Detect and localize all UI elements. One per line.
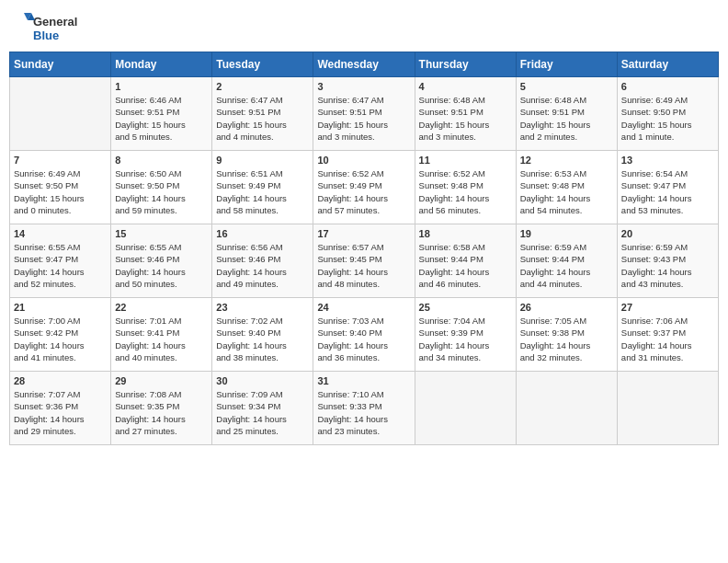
cell-info: Sunrise: 6:52 AM Sunset: 9:49 PM Dayligh… — [317, 167, 410, 216]
calendar-cell: 10Sunrise: 6:52 AM Sunset: 9:49 PM Dayli… — [313, 151, 415, 224]
week-row-3: 21Sunrise: 7:00 AM Sunset: 9:42 PM Dayli… — [10, 298, 719, 372]
day-number: 12 — [520, 155, 613, 166]
calendar-cell: 3Sunrise: 6:47 AM Sunset: 9:51 PM Daylig… — [313, 77, 415, 151]
calendar-cell: 18Sunrise: 6:58 AM Sunset: 9:44 PM Dayli… — [415, 224, 516, 298]
cell-info: Sunrise: 7:07 AM Sunset: 9:36 PM Dayligh… — [14, 388, 107, 437]
header-cell-saturday: Saturday — [617, 52, 718, 77]
cell-info: Sunrise: 7:03 AM Sunset: 9:40 PM Dayligh… — [317, 315, 410, 363]
cell-info: Sunrise: 7:09 AM Sunset: 9:34 PM Dayligh… — [216, 388, 309, 437]
day-number: 11 — [419, 155, 512, 166]
day-number: 31 — [317, 375, 410, 386]
cell-info: Sunrise: 6:48 AM Sunset: 9:51 PM Dayligh… — [419, 94, 512, 143]
day-number: 30 — [216, 375, 309, 386]
svg-text:General: General — [33, 15, 77, 29]
day-number: 28 — [14, 375, 107, 386]
calendar-cell: 9Sunrise: 6:51 AM Sunset: 9:49 PM Daylig… — [212, 151, 313, 224]
calendar-cell: 12Sunrise: 6:53 AM Sunset: 9:48 PM Dayli… — [516, 151, 617, 224]
cell-info: Sunrise: 6:55 AM Sunset: 9:47 PM Dayligh… — [14, 241, 107, 290]
day-number: 14 — [14, 228, 107, 239]
calendar-cell: 26Sunrise: 7:05 AM Sunset: 9:38 PM Dayli… — [516, 298, 617, 372]
calendar-cell: 2Sunrise: 6:47 AM Sunset: 9:51 PM Daylig… — [212, 77, 313, 151]
calendar-cell: 4Sunrise: 6:48 AM Sunset: 9:51 PM Daylig… — [415, 77, 516, 151]
day-number: 21 — [14, 302, 107, 313]
week-row-0: 1Sunrise: 6:46 AM Sunset: 9:51 PM Daylig… — [10, 77, 719, 151]
day-number: 2 — [216, 81, 309, 92]
calendar-cell: 15Sunrise: 6:55 AM Sunset: 9:46 PM Dayli… — [111, 224, 212, 298]
day-number: 7 — [14, 155, 107, 166]
header-cell-thursday: Thursday — [415, 52, 516, 77]
calendar-cell: 30Sunrise: 7:09 AM Sunset: 9:34 PM Dayli… — [212, 372, 313, 445]
cell-info: Sunrise: 6:54 AM Sunset: 9:47 PM Dayligh… — [621, 167, 714, 216]
svg-text:Blue: Blue — [33, 29, 59, 42]
header-cell-wednesday: Wednesday — [313, 52, 415, 77]
header-cell-sunday: Sunday — [10, 52, 111, 77]
calendar-cell: 14Sunrise: 6:55 AM Sunset: 9:47 PM Dayli… — [10, 224, 111, 298]
calendar-cell: 19Sunrise: 6:59 AM Sunset: 9:44 PM Dayli… — [516, 224, 617, 298]
cell-info: Sunrise: 7:01 AM Sunset: 9:41 PM Dayligh… — [115, 315, 208, 363]
cell-info: Sunrise: 6:49 AM Sunset: 9:50 PM Dayligh… — [14, 167, 107, 216]
calendar-cell: 27Sunrise: 7:06 AM Sunset: 9:37 PM Dayli… — [617, 298, 718, 372]
day-number: 19 — [520, 228, 613, 239]
day-number: 1 — [115, 81, 208, 92]
day-number: 16 — [216, 228, 309, 239]
logo-svg: General Blue — [9, 9, 83, 46]
logo: General Blue — [9, 9, 83, 46]
calendar-cell: 31Sunrise: 7:10 AM Sunset: 9:33 PM Dayli… — [313, 372, 415, 445]
header-cell-friday: Friday — [516, 52, 617, 77]
cell-info: Sunrise: 6:59 AM Sunset: 9:44 PM Dayligh… — [520, 241, 613, 290]
cell-info: Sunrise: 6:52 AM Sunset: 9:48 PM Dayligh… — [419, 167, 512, 216]
cell-info: Sunrise: 7:05 AM Sunset: 9:38 PM Dayligh… — [520, 315, 613, 363]
week-row-1: 7Sunrise: 6:49 AM Sunset: 9:50 PM Daylig… — [10, 151, 719, 224]
calendar-cell: 13Sunrise: 6:54 AM Sunset: 9:47 PM Dayli… — [617, 151, 718, 224]
cell-info: Sunrise: 7:10 AM Sunset: 9:33 PM Dayligh… — [317, 388, 410, 437]
calendar-cell: 25Sunrise: 7:04 AM Sunset: 9:39 PM Dayli… — [415, 298, 516, 372]
day-number: 24 — [317, 302, 410, 313]
calendar-cell: 20Sunrise: 6:59 AM Sunset: 9:43 PM Dayli… — [617, 224, 718, 298]
cell-info: Sunrise: 7:08 AM Sunset: 9:35 PM Dayligh… — [115, 388, 208, 437]
day-number: 27 — [621, 302, 714, 313]
day-number: 29 — [115, 375, 208, 386]
day-number: 8 — [115, 155, 208, 166]
day-number: 26 — [520, 302, 613, 313]
calendar-cell: 24Sunrise: 7:03 AM Sunset: 9:40 PM Dayli… — [313, 298, 415, 372]
day-number: 22 — [115, 302, 208, 313]
cell-info: Sunrise: 6:53 AM Sunset: 9:48 PM Dayligh… — [520, 167, 613, 216]
calendar-table: SundayMondayTuesdayWednesdayThursdayFrid… — [9, 52, 719, 445]
calendar-cell: 17Sunrise: 6:57 AM Sunset: 9:45 PM Dayli… — [313, 224, 415, 298]
calendar-cell — [415, 372, 516, 445]
day-number: 3 — [317, 81, 410, 92]
week-row-2: 14Sunrise: 6:55 AM Sunset: 9:47 PM Dayli… — [10, 224, 719, 298]
cell-info: Sunrise: 6:50 AM Sunset: 9:50 PM Dayligh… — [115, 167, 208, 216]
calendar-cell: 22Sunrise: 7:01 AM Sunset: 9:41 PM Dayli… — [111, 298, 212, 372]
cell-info: Sunrise: 6:59 AM Sunset: 9:43 PM Dayligh… — [621, 241, 714, 290]
cell-info: Sunrise: 7:04 AM Sunset: 9:39 PM Dayligh… — [419, 315, 512, 363]
cell-info: Sunrise: 6:47 AM Sunset: 9:51 PM Dayligh… — [216, 94, 309, 143]
calendar-body: 1Sunrise: 6:46 AM Sunset: 9:51 PM Daylig… — [10, 77, 719, 445]
cell-info: Sunrise: 6:48 AM Sunset: 9:51 PM Dayligh… — [520, 94, 613, 143]
calendar-header: SundayMondayTuesdayWednesdayThursdayFrid… — [10, 52, 719, 77]
calendar-cell: 23Sunrise: 7:02 AM Sunset: 9:40 PM Dayli… — [212, 298, 313, 372]
cell-info: Sunrise: 6:57 AM Sunset: 9:45 PM Dayligh… — [317, 241, 410, 290]
calendar-cell — [617, 372, 718, 445]
day-number: 9 — [216, 155, 309, 166]
calendar-cell: 11Sunrise: 6:52 AM Sunset: 9:48 PM Dayli… — [415, 151, 516, 224]
calendar-cell: 5Sunrise: 6:48 AM Sunset: 9:51 PM Daylig… — [516, 77, 617, 151]
calendar-cell — [10, 77, 111, 151]
calendar-cell — [516, 372, 617, 445]
cell-info: Sunrise: 6:55 AM Sunset: 9:46 PM Dayligh… — [115, 241, 208, 290]
header-cell-tuesday: Tuesday — [212, 52, 313, 77]
calendar-cell: 8Sunrise: 6:50 AM Sunset: 9:50 PM Daylig… — [111, 151, 212, 224]
cell-info: Sunrise: 6:47 AM Sunset: 9:51 PM Dayligh… — [317, 94, 410, 143]
week-row-4: 28Sunrise: 7:07 AM Sunset: 9:36 PM Dayli… — [10, 372, 719, 445]
cell-info: Sunrise: 7:06 AM Sunset: 9:37 PM Dayligh… — [621, 315, 714, 363]
cell-info: Sunrise: 6:51 AM Sunset: 9:49 PM Dayligh… — [216, 167, 309, 216]
calendar-cell: 1Sunrise: 6:46 AM Sunset: 9:51 PM Daylig… — [111, 77, 212, 151]
calendar-cell: 7Sunrise: 6:49 AM Sunset: 9:50 PM Daylig… — [10, 151, 111, 224]
page-header: General Blue — [9, 9, 719, 46]
day-number: 15 — [115, 228, 208, 239]
cell-info: Sunrise: 6:58 AM Sunset: 9:44 PM Dayligh… — [419, 241, 512, 290]
header-cell-monday: Monday — [111, 52, 212, 77]
day-number: 23 — [216, 302, 309, 313]
cell-info: Sunrise: 6:46 AM Sunset: 9:51 PM Dayligh… — [115, 94, 208, 143]
header-row: SundayMondayTuesdayWednesdayThursdayFrid… — [10, 52, 719, 77]
